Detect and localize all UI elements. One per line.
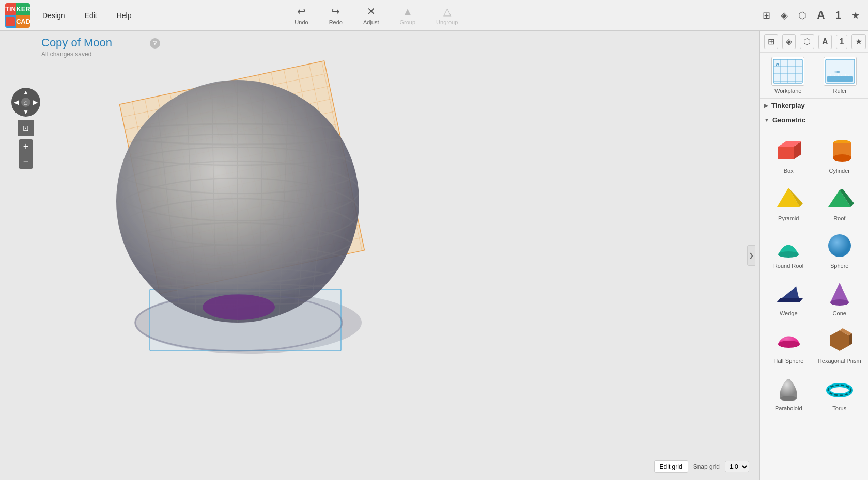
project-title[interactable]: Copy of Moon [41, 36, 112, 50]
text-button[interactable]: A [814, 6, 828, 25]
tinkerplay-arrow: ▶ [764, 103, 768, 108]
geometric-section-header[interactable]: ▼ Geometric [760, 113, 868, 127]
zoom-controls: + − [19, 139, 33, 169]
box-view-button[interactable]: ⬡ [795, 7, 810, 24]
roof-icon [822, 182, 858, 213]
tinkerplay-section-header[interactable]: ▶ Tinkerplay [760, 99, 868, 113]
ungroup-label: Ungroup [436, 19, 458, 25]
svg-point-86 [778, 251, 799, 258]
round-roof-label: Round Roof [773, 263, 804, 269]
help-button[interactable]: ? [150, 38, 160, 49]
panel-text-button[interactable]: A [818, 35, 832, 49]
3d-view-button[interactable]: ◈ [778, 7, 791, 24]
workplane-item[interactable]: W Workplane [764, 57, 812, 94]
panel-grid-button[interactable]: ⊞ [764, 34, 778, 49]
panel-star-button[interactable]: ★ [851, 34, 866, 49]
shape-half-sphere[interactable]: Half Sphere [764, 322, 813, 367]
shape-roof[interactable]: Roof [815, 179, 864, 225]
workplane-icon: W [771, 57, 804, 86]
cylinder-label: Cylinder [829, 168, 850, 174]
round-roof-icon [770, 230, 807, 261]
redo-label: Redo [329, 19, 343, 25]
ruler-icon: mm [824, 57, 857, 86]
geometric-arrow: ▼ [764, 117, 769, 123]
svg-marker-95 [849, 333, 852, 346]
panel-box-button[interactable]: ⬡ [800, 34, 814, 49]
wedge-label: Wedge [780, 310, 798, 316]
box-icon [770, 135, 807, 166]
shape-pyramid[interactable]: Pyramid [764, 179, 813, 225]
star-button[interactable]: ★ [848, 7, 863, 24]
nav-up-arrow[interactable]: ▲ [21, 88, 31, 98]
shape-hex-prism[interactable]: Hexagonal Prism [815, 322, 864, 367]
canvas-area[interactable]: Copy of Moon All changes saved ? ▲ ◀ ⌂ ▶… [0, 31, 760, 480]
shape-box[interactable]: Box [764, 132, 813, 177]
sphere-label: Sphere [830, 263, 848, 269]
number-button[interactable]: 1 [832, 6, 844, 24]
pyramid-icon [770, 182, 807, 213]
nav-down-arrow[interactable]: ▼ [21, 107, 31, 117]
svg-rect-67 [827, 76, 853, 82]
shape-round-roof[interactable]: Round Roof [764, 227, 813, 272]
shape-cylinder[interactable]: Cylinder [815, 132, 864, 177]
shape-wedge[interactable]: Wedge [764, 274, 813, 319]
redo-button[interactable]: ↪ Redo [324, 3, 348, 27]
half-sphere-label: Half Sphere [773, 358, 803, 364]
tinkercad-logo[interactable]: TIN KER CAD [5, 3, 30, 28]
shape-torus[interactable]: Torus [815, 369, 864, 414]
sphere-icon [822, 230, 858, 261]
logo-blank [5, 15, 16, 28]
adjust-button[interactable]: ✕ Adjust [358, 3, 384, 27]
hex-prism-icon [822, 325, 858, 356]
ruler-item[interactable]: mm Ruler [816, 57, 864, 94]
svg-point-92 [778, 341, 800, 348]
paraboloid-icon [770, 372, 807, 403]
svg-rect-0 [0, 31, 760, 480]
design-menu[interactable]: Design [35, 7, 72, 24]
shape-paraboloid[interactable]: Paraboloid [764, 369, 813, 414]
zoom-in-button[interactable]: + [19, 139, 33, 154]
snap-grid-select[interactable]: 0.1 0.5 1.0 2.0 5.0 [725, 461, 749, 472]
logo-tin: TIN [5, 3, 16, 15]
project-info: Copy of Moon All changes saved [41, 36, 112, 58]
help-menu[interactable]: Help [110, 7, 139, 24]
nav-arrows: ▲ ◀ ⌂ ▶ ▼ [11, 88, 40, 117]
edit-menu[interactable]: Edit [78, 7, 104, 24]
nav-home-button[interactable]: ⌂ [21, 98, 30, 107]
nav-left-arrow[interactable]: ◀ [11, 98, 21, 107]
nav-right-arrow[interactable]: ▶ [30, 98, 40, 107]
paraboloid-label: Paraboloid [775, 405, 802, 411]
group-label: Group [400, 19, 416, 25]
undo-button[interactable]: ↩ Undo [289, 3, 313, 27]
ungroup-button[interactable]: △ Ungroup [431, 3, 463, 27]
topbar: TIN KER CAD Design Edit Help ↩ Undo ↪ Re… [0, 0, 868, 31]
pyramid-label: Pyramid [778, 215, 799, 221]
3d-canvas[interactable]: Workplane [0, 31, 760, 480]
svg-point-55 [203, 294, 275, 320]
group-button[interactable]: ▲ Group [395, 4, 421, 27]
fit-view-button[interactable]: ⊡ [18, 120, 34, 136]
cone-icon [822, 277, 858, 308]
panel-top-controls: ⊞ ◈ ⬡ A 1 ★ [760, 31, 868, 53]
grid-view-button[interactable]: ⊞ [760, 7, 773, 24]
nav-orbit-control[interactable]: ▲ ◀ ⌂ ▶ ▼ [11, 88, 40, 117]
box-label: Box [784, 168, 794, 174]
edit-grid-button[interactable]: Edit grid [654, 460, 688, 473]
torus-icon [822, 372, 858, 403]
right-panel: ⊞ ◈ ⬡ A 1 ★ [760, 31, 868, 480]
zoom-out-button[interactable]: − [19, 154, 33, 169]
ruler-label: Ruler [833, 88, 847, 94]
ungroup-icon: △ [443, 5, 451, 18]
panel-3d-button[interactable]: ◈ [782, 34, 796, 49]
logo-ker: KER [16, 3, 30, 15]
home-icon: ⌂ [23, 98, 27, 106]
svg-point-91 [830, 299, 849, 306]
svg-point-87 [828, 234, 851, 257]
panel-collapse-button[interactable]: ❯ [747, 245, 755, 266]
cone-label: Cone [833, 310, 846, 316]
panel-number-button[interactable]: 1 [836, 35, 848, 49]
shape-cone[interactable]: Cone [815, 274, 864, 319]
shape-sphere[interactable]: Sphere [815, 227, 864, 272]
svg-text:W: W [776, 62, 779, 66]
geometric-label: Geometric [772, 116, 805, 124]
